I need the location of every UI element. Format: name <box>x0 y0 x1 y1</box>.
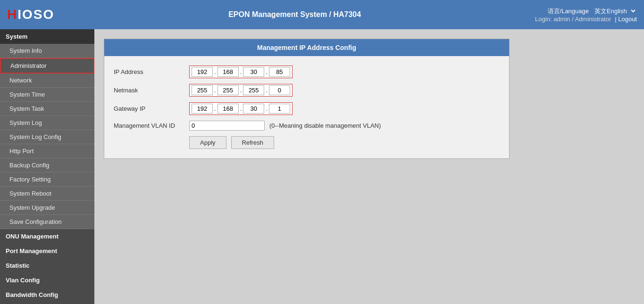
ip-dot-3: . <box>264 68 269 75</box>
logout-link[interactable]: | Logout <box>615 16 637 23</box>
sidebar-item-http-port[interactable]: Http Port <box>0 144 94 158</box>
header: HIOSO EPON Management System / HA7304 语言… <box>0 0 644 29</box>
ip-address-octet1[interactable] <box>192 67 213 77</box>
ip-address-octet3[interactable] <box>243 67 264 77</box>
gateway-octet2[interactable] <box>217 104 239 114</box>
sidebar-item-network[interactable]: Network <box>0 74 94 88</box>
page-title: EPON Management System / HA7304 <box>54 10 535 19</box>
gateway-octet3[interactable] <box>243 104 264 114</box>
ip-address-row: IP Address . . . <box>114 66 500 78</box>
netmask-octet2[interactable] <box>217 85 239 95</box>
gateway-row: Gateway IP . . . <box>114 102 500 115</box>
netmask-dot-3: . <box>264 87 269 94</box>
language-row: 语言/Language 英文English 中文Chinese <box>548 7 637 16</box>
gateway-label: Gateway IP <box>114 105 189 112</box>
sidebar-item-system-reboot[interactable]: System Reboot <box>0 187 94 201</box>
sidebar-item-onu-management[interactable]: ONU Management <box>0 229 94 244</box>
ip-dot-1: . <box>213 68 217 75</box>
netmask-dot-2: . <box>239 87 243 94</box>
gateway-dot-1: . <box>213 105 217 112</box>
gateway-octet1[interactable] <box>192 104 213 114</box>
netmask-octet3[interactable] <box>243 85 264 95</box>
gateway-dot-3: . <box>264 105 269 112</box>
config-box: Management IP Address Config IP Address … <box>104 39 510 159</box>
logo-rest: IOSO <box>17 7 54 22</box>
sidebar-item-backup-config[interactable]: Backup Config <box>0 158 94 173</box>
config-box-title: Management IP Address Config <box>104 39 509 56</box>
sidebar-item-system-time[interactable]: System Time <box>0 88 94 102</box>
netmask-octet1[interactable] <box>192 85 213 95</box>
vlan-input[interactable] <box>189 121 265 131</box>
language-label: 语言/Language <box>548 7 589 16</box>
ip-address-octet2[interactable] <box>217 67 239 77</box>
sidebar-item-save-configuration[interactable]: Save Configuration <box>0 215 94 229</box>
netmask-label: Netmask <box>114 87 189 94</box>
vlan-row: Management VLAN ID (0--Meaning disable m… <box>114 121 500 131</box>
sidebar-item-bandwidth-config[interactable]: Bandwidth Config <box>0 288 94 302</box>
gateway-fields: . . . <box>189 102 293 115</box>
layout: System System Info Administrator Network… <box>0 29 644 304</box>
sidebar-item-system-task[interactable]: System Task <box>0 102 94 116</box>
sidebar-item-administrator[interactable]: Administrator <box>0 58 94 74</box>
sidebar-item-port-management[interactable]: Port Management <box>0 244 94 258</box>
gateway-dot-2: . <box>239 105 243 112</box>
ip-address-fields: . . . <box>189 66 293 78</box>
sidebar-item-system-upgrade[interactable]: System Upgrade <box>0 201 94 215</box>
logo-h-letter: H <box>7 7 17 22</box>
sidebar-item-olt-mac-config[interactable]: OLT Mac Config <box>0 302 94 304</box>
netmask-fields: . . . <box>189 84 293 97</box>
sidebar-item-factory-setting[interactable]: Factory Setting <box>0 173 94 187</box>
login-text: Login: admin / Administrator <box>535 16 611 23</box>
vlan-label: Management VLAN ID <box>114 122 189 129</box>
sidebar-item-system-log-config[interactable]: System Log Config <box>0 130 94 144</box>
ip-address-octet4[interactable] <box>269 67 290 77</box>
ip-dot-2: . <box>239 68 243 75</box>
sidebar: System System Info Administrator Network… <box>0 29 94 304</box>
main-content: Management IP Address Config IP Address … <box>94 29 644 304</box>
sidebar-item-system-log[interactable]: System Log <box>0 116 94 130</box>
config-box-body: IP Address . . . Netmask <box>104 56 509 158</box>
netmask-dot-1: . <box>213 87 217 94</box>
sidebar-item-system-info[interactable]: System Info <box>0 44 94 58</box>
netmask-octet4[interactable] <box>269 85 290 95</box>
logo: HIOSO <box>7 7 54 22</box>
refresh-button[interactable]: Refresh <box>231 136 275 149</box>
language-select[interactable]: 英文English 中文Chinese <box>593 7 637 15</box>
button-row: Apply Refresh <box>189 136 500 149</box>
netmask-row: Netmask . . . <box>114 84 500 97</box>
login-row: Login: admin / Administrator | Logout <box>535 16 637 23</box>
sidebar-item-statistic[interactable]: Statistic <box>0 258 94 273</box>
sidebar-group-system: System <box>0 29 94 44</box>
logo-text: HIOSO <box>7 7 54 22</box>
sidebar-item-vlan-config[interactable]: Vlan Config <box>0 273 94 288</box>
ip-address-label: IP Address <box>114 68 189 75</box>
gateway-octet4[interactable] <box>269 104 290 114</box>
header-right: 语言/Language 英文English 中文Chinese Login: a… <box>535 7 637 23</box>
vlan-hint: (0--Meaning disable management VLAN) <box>269 122 381 129</box>
apply-button[interactable]: Apply <box>189 136 226 149</box>
